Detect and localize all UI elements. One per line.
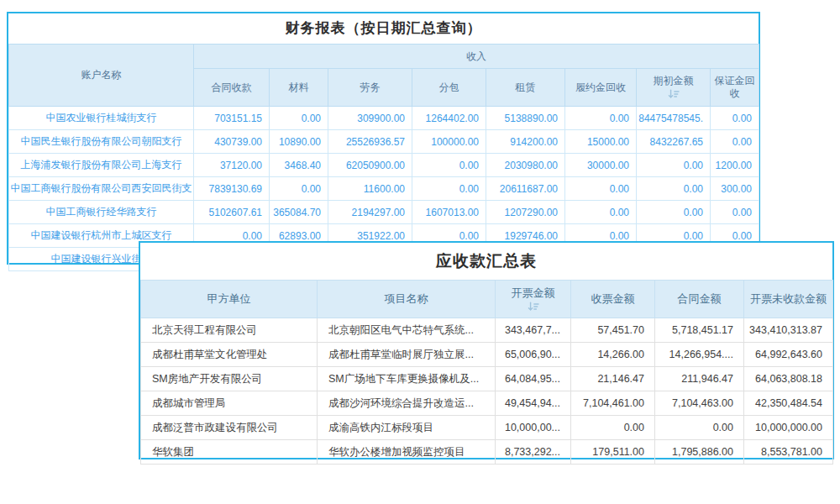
header-invoiced-amount[interactable]: 开票金额 <box>496 281 571 318</box>
header-party-a: 甲方单位 <box>141 281 318 318</box>
amount-cell: 343,467,7... <box>496 318 571 343</box>
amount-cell: 0.00 <box>565 177 637 201</box>
account-name-cell[interactable]: 中国农业银行桂城街支行 <box>9 107 194 130</box>
amount-cell: 14,266.00 <box>571 343 655 367</box>
header-invoiced-amount-label: 开票金额 <box>512 286 555 300</box>
table-row: 成都城市管理局 成都沙河环境综合提升改造运... 49,454,94... 7,… <box>141 391 833 416</box>
table-row: 华软集团 华软办公楼增加视频监控项目 8,733,292... 179,511.… <box>141 440 833 465</box>
amount-cell: 0.00 <box>637 154 711 177</box>
amount-cell: 7839130.69 <box>194 177 270 201</box>
header-project-name: 项目名称 <box>318 281 496 318</box>
amount-cell: 8,553,781.00 <box>744 440 833 465</box>
header-contract-amount: 合同金额 <box>655 281 744 318</box>
amount-cell: 0.00 <box>270 177 328 201</box>
table-row: 中国民生银行股份有限公司朝阳支行 430739.00 10890.00 2552… <box>9 130 759 154</box>
amount-cell: 0.00 <box>711 201 759 224</box>
amount-cell: 211,946.47 <box>655 367 744 391</box>
amount-cell: 64,063,808.18 <box>744 367 833 391</box>
table-row: 中国工商银行经华路支行 5102607.61 365084.70 2194297… <box>9 201 759 224</box>
amount-cell: 914200.00 <box>486 130 565 154</box>
receivables-summary-table: 甲方单位 项目名称 开票金额 收票金额 合同金额 开票未收款金额 北京天得工程有… <box>140 280 833 465</box>
amount-cell: 300.00 <box>711 177 759 201</box>
account-name-cell[interactable]: 中国工商银行经华路支行 <box>9 201 194 224</box>
amount-cell: 430739.00 <box>194 130 270 154</box>
amount-cell: 30000.00 <box>565 154 637 177</box>
amount-cell: 65,006,90... <box>496 343 571 367</box>
amount-cell: 64,992,643.60 <box>744 343 833 367</box>
amount-cell: 5,718,451.17 <box>655 318 744 343</box>
amount-cell: 1264402.00 <box>412 107 486 130</box>
amount-cell: 3468.40 <box>270 154 328 177</box>
header-performance-bond: 履约金回收 <box>565 69 637 107</box>
amount-cell: 8432267.65 <box>637 130 711 154</box>
party-a-cell: 华软集团 <box>141 440 318 465</box>
amount-cell: 11600.00 <box>328 177 412 201</box>
header-opening-amount[interactable]: 期初金额 <box>637 69 711 107</box>
project-name-cell: 华软办公楼增加视频监控项目 <box>318 440 496 465</box>
amount-cell: 1607013.00 <box>412 201 486 224</box>
receivables-summary-panel: 应收款汇总表 甲方单位 项目名称 开票金额 收票金额 合同金额 <box>139 241 834 459</box>
header-labor: 劳务 <box>328 69 412 107</box>
table-row: SM房地产开发有限公司 SM广场地下车库更换摄像机及... 64,084,95.… <box>141 367 833 391</box>
account-name-cell[interactable]: 上海浦发银行股份有限公司上海支行 <box>9 154 194 177</box>
amount-cell: 37120.00 <box>194 154 270 177</box>
amount-cell: 7,104,463.00 <box>655 391 744 416</box>
project-name-cell: 成都杜甫草堂临时展厅独立展... <box>318 343 496 367</box>
sort-amount-icon[interactable] <box>668 89 680 100</box>
header-subcontract: 分包 <box>412 69 486 107</box>
header-row: 甲方单位 项目名称 开票金额 收票金额 合同金额 开票未收款金额 <box>141 281 833 318</box>
amount-cell: 0.00 <box>565 201 637 224</box>
amount-cell: 0.00 <box>571 416 655 440</box>
amount-cell: 62050900.00 <box>328 154 412 177</box>
project-name-cell: 成渝高铁内江标段项目 <box>318 416 496 440</box>
amount-cell: 20611687.00 <box>486 177 565 201</box>
amount-cell: 42,350,484.54 <box>744 391 833 416</box>
party-a-cell: 成都杜甫草堂文化管理处 <box>141 343 318 367</box>
header-income-group: 收入 <box>194 45 759 69</box>
amount-cell: 21,146.47 <box>571 367 655 391</box>
party-a-cell: 成都城市管理局 <box>141 391 318 416</box>
amount-cell: 0.00 <box>655 416 744 440</box>
account-name-cell[interactable]: 中国工商银行股份有限公司西安回民街支 <box>9 177 194 201</box>
amount-cell: 14,266,954.... <box>655 343 744 367</box>
account-name-cell[interactable]: 中国民生银行股份有限公司朝阳支行 <box>9 130 194 154</box>
party-a-cell: SM房地产开发有限公司 <box>141 367 318 391</box>
amount-cell: 25526936.57 <box>328 130 412 154</box>
amount-cell: 7,104,461.00 <box>571 391 655 416</box>
table-row: 北京天得工程有限公司 北京朝阳区电气中芯特气系统... 343,467,7...… <box>141 318 833 343</box>
amount-cell: 10890.00 <box>270 130 328 154</box>
project-name-cell: SM广场地下车库更换摄像机及... <box>318 367 496 391</box>
amount-cell: 0.00 <box>637 177 711 201</box>
amount-cell: 309900.00 <box>328 107 412 130</box>
amount-cell: 1,795,886.00 <box>655 440 744 465</box>
amount-cell: 703151.15 <box>194 107 270 130</box>
header-invoiced-unpaid-amount: 开票未收款金额 <box>744 281 833 318</box>
table-row: 中国工商银行股份有限公司西安回民街支 7839130.69 0.00 11600… <box>9 177 759 201</box>
header-received-amount: 收票金额 <box>571 281 655 318</box>
amount-cell: 0.00 <box>637 201 711 224</box>
amount-cell: 2030980.00 <box>486 154 565 177</box>
header-account-name: 账户名称 <box>9 45 194 107</box>
header-contract-receipt: 合同收款 <box>194 69 270 107</box>
party-a-cell: 成都泛普市政建设有限公司 <box>141 416 318 440</box>
sort-amount-icon[interactable] <box>528 302 539 312</box>
header-deposit-recovery: 保证金回收 <box>711 69 759 107</box>
amount-cell: 1200.00 <box>711 154 759 177</box>
party-a-cell: 北京天得工程有限公司 <box>141 318 318 343</box>
amount-cell: 0.00 <box>711 130 759 154</box>
table-row: 成都杜甫草堂文化管理处 成都杜甫草堂临时展厅独立展... 65,006,90..… <box>141 343 833 367</box>
amount-cell: 2194297.00 <box>328 201 412 224</box>
amount-cell: 10,000,00... <box>496 416 571 440</box>
amount-cell: 15000.00 <box>565 130 637 154</box>
amount-cell: 49,454,94... <box>496 391 571 416</box>
receivables-summary-title: 应收款汇总表 <box>140 243 832 280</box>
amount-cell: 100000.00 <box>412 130 486 154</box>
project-name-cell: 北京朝阳区电气中芯特气系统... <box>318 318 496 343</box>
amount-cell: 5138890.00 <box>486 107 565 130</box>
header-material: 材料 <box>270 69 328 107</box>
financial-report-title: 财务报表（按日期汇总查询） <box>8 13 759 44</box>
amount-cell: 64,084,95... <box>496 367 571 391</box>
header-opening-amount-label: 期初金额 <box>654 75 694 87</box>
table-row: 成都泛普市政建设有限公司 成渝高铁内江标段项目 10,000,00... 0.0… <box>141 416 833 440</box>
table-row: 上海浦发银行股份有限公司上海支行 37120.00 3468.40 620509… <box>9 154 759 177</box>
